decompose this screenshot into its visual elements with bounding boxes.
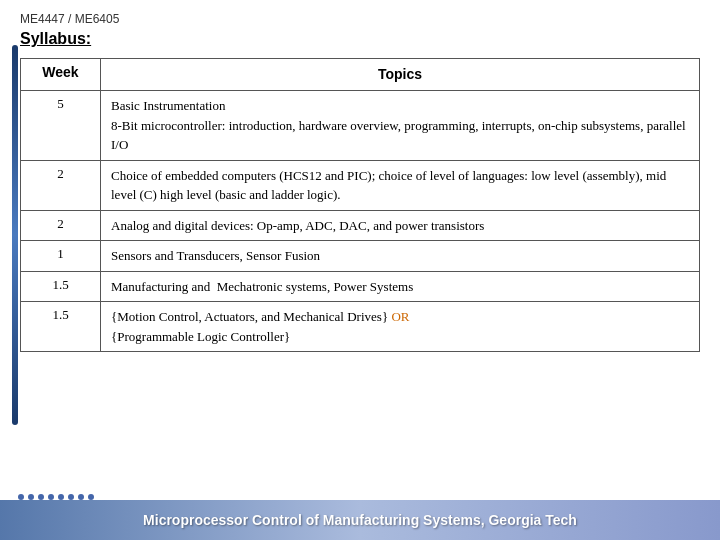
week-cell: 1 — [21, 241, 101, 272]
col-header-topics: Topics — [101, 59, 700, 91]
or-text: OR — [391, 309, 409, 324]
week-cell: 1.5 — [21, 302, 101, 352]
topics-cell: Analog and digital devices: Op-amp, ADC,… — [101, 210, 700, 241]
topics-cell: Choice of embedded computers (HCS12 and … — [101, 160, 700, 210]
table-row: 1 Sensors and Transducers, Sensor Fusion — [21, 241, 700, 272]
page-container: ME4447 / ME6405 Syllabus: Week Topics 5 … — [0, 0, 720, 362]
table-row: 2 Choice of embedded computers (HCS12 an… — [21, 160, 700, 210]
table-row: 1.5 {Motion Control, Actuators, and Mech… — [21, 302, 700, 352]
footer-text: Microprocessor Control of Manufacturing … — [143, 512, 577, 528]
topics-cell: Basic Instrumentation 8-Bit microcontrol… — [101, 91, 700, 161]
table-row: 5 Basic Instrumentation 8-Bit microcontr… — [21, 91, 700, 161]
table-header-row: Week Topics — [21, 59, 700, 91]
syllabus-table: Week Topics 5 Basic Instrumentation 8-Bi… — [20, 58, 700, 352]
week-cell: 2 — [21, 160, 101, 210]
topics-cell: {Motion Control, Actuators, and Mechanic… — [101, 302, 700, 352]
course-title: ME4447 / ME6405 — [20, 12, 700, 26]
col-header-week: Week — [21, 59, 101, 91]
topics-cell: Sensors and Transducers, Sensor Fusion — [101, 241, 700, 272]
week-cell: 1.5 — [21, 271, 101, 302]
table-row: 2 Analog and digital devices: Op-amp, AD… — [21, 210, 700, 241]
table-row: 1.5 Manufacturing and Mechatronic system… — [21, 271, 700, 302]
left-bar-decoration — [12, 45, 18, 425]
topics-cell: Manufacturing and Mechatronic systems, P… — [101, 271, 700, 302]
week-cell: 2 — [21, 210, 101, 241]
syllabus-heading: Syllabus: — [20, 30, 700, 48]
week-cell: 5 — [21, 91, 101, 161]
footer-bar: Microprocessor Control of Manufacturing … — [0, 500, 720, 540]
